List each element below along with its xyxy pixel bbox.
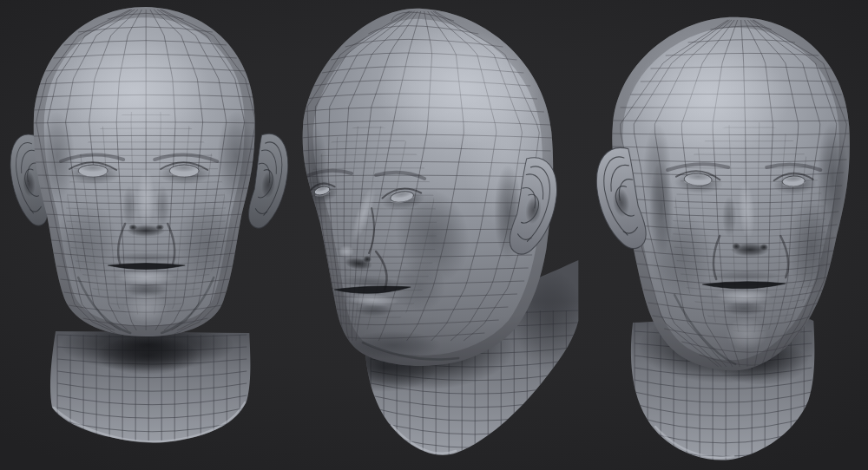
head-surface xyxy=(26,7,265,340)
head-surface xyxy=(300,9,556,366)
head-view-three-quarter-left xyxy=(289,0,578,470)
head-render xyxy=(579,0,868,470)
head-view-three-quarter-right xyxy=(579,0,868,470)
neck xyxy=(50,319,250,445)
head-render xyxy=(0,0,289,470)
render-viewport xyxy=(0,0,868,470)
head-render xyxy=(289,0,578,470)
head-view-front xyxy=(0,0,289,470)
head-surface xyxy=(606,17,854,371)
